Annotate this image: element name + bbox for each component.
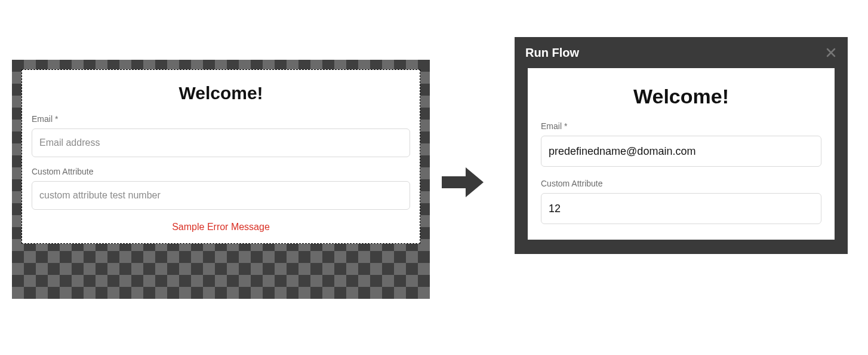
close-icon[interactable] <box>825 47 837 59</box>
email-input[interactable] <box>541 136 821 167</box>
email-input[interactable] <box>32 128 410 157</box>
arrow-right-icon <box>442 167 484 197</box>
run-flow-form: Welcome! Email * Custom Attribute <box>528 68 835 240</box>
email-label: Email * <box>32 114 410 124</box>
custom-attribute-label: Custom Attribute <box>32 167 410 176</box>
custom-attribute-input[interactable] <box>32 181 410 210</box>
error-message: Sample Error Message <box>32 222 410 232</box>
custom-attribute-input[interactable] <box>541 193 821 224</box>
custom-attribute-label: Custom Attribute <box>541 179 821 188</box>
window-titlebar: Run Flow <box>515 37 848 68</box>
form-card: Welcome! Email * Custom Attribute Sample… <box>21 69 420 244</box>
form-title: Welcome! <box>541 85 821 108</box>
editor-stage: Welcome! Email * Custom Attribute Sample… <box>12 60 430 299</box>
svg-marker-0 <box>442 167 484 197</box>
run-flow-window: Run Flow Welcome! Email * Custom Attribu… <box>515 37 848 254</box>
window-title: Run Flow <box>525 46 579 60</box>
form-title: Welcome! <box>32 83 410 103</box>
email-label: Email * <box>541 121 821 131</box>
